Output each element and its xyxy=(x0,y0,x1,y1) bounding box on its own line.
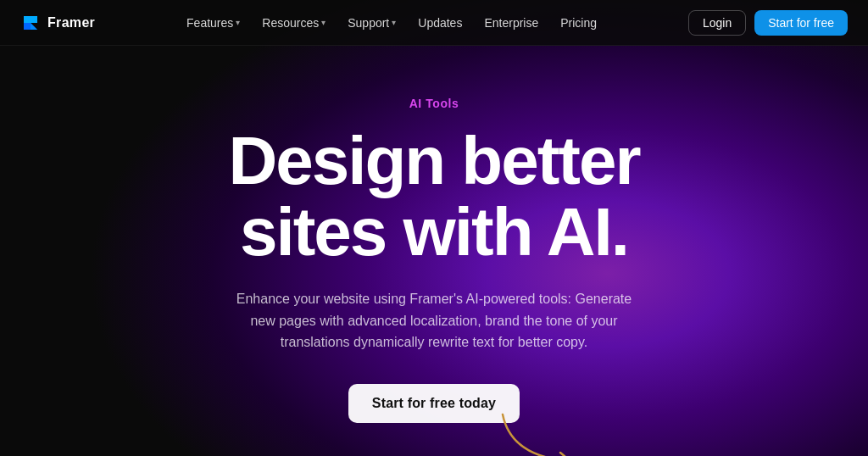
nav-item-support[interactable]: Support ▾ xyxy=(339,11,404,35)
navbar: Framer Features ▾ Resources ▾ Support ▾ … xyxy=(0,0,868,46)
nav-menu: Features ▾ Resources ▾ Support ▾ Updates… xyxy=(178,11,605,35)
chevron-down-icon: ▾ xyxy=(321,18,326,27)
chevron-down-icon: ▾ xyxy=(236,18,240,27)
arrow-decoration xyxy=(494,406,596,456)
nav-item-enterprise[interactable]: Enterprise xyxy=(476,11,547,35)
nav-item-pricing[interactable]: Pricing xyxy=(552,11,605,35)
start-for-free-button[interactable]: Start for free xyxy=(754,10,848,36)
hero-section: AI Tools Design better sites with AI. En… xyxy=(0,46,868,423)
hero-subtitle: Enhance your website using Framer's AI-p… xyxy=(231,288,637,353)
chevron-down-icon: ▾ xyxy=(392,18,396,27)
framer-logo-icon xyxy=(20,13,41,33)
logo-text: Framer xyxy=(47,15,95,31)
nav-logo-area: Framer xyxy=(20,13,95,33)
hero-title: Design better sites with AI. xyxy=(228,125,639,268)
nav-actions: Login Start for free xyxy=(688,10,848,36)
nav-item-resources[interactable]: Resources ▾ xyxy=(253,11,334,35)
nav-item-features[interactable]: Features ▾ xyxy=(178,11,248,35)
hero-tag: AI Tools xyxy=(409,97,459,110)
arrow-icon xyxy=(494,406,596,456)
login-button[interactable]: Login xyxy=(688,10,746,36)
nav-item-updates[interactable]: Updates xyxy=(409,11,470,35)
hero-cta-area: Start for free today xyxy=(348,384,520,423)
